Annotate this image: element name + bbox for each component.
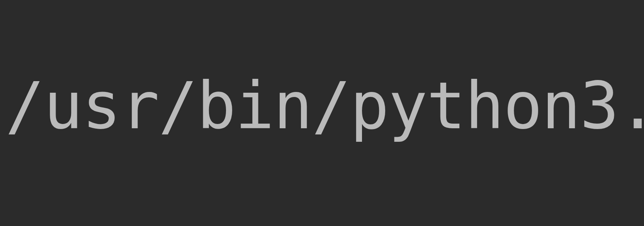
output-line-2: 140340031053256 xyxy=(5,219,644,226)
terminal-output: /usr/bin/python3.5 140340031053256 14034… xyxy=(0,0,644,226)
output-line-1: /usr/bin/python3.5 xyxy=(5,68,644,144)
